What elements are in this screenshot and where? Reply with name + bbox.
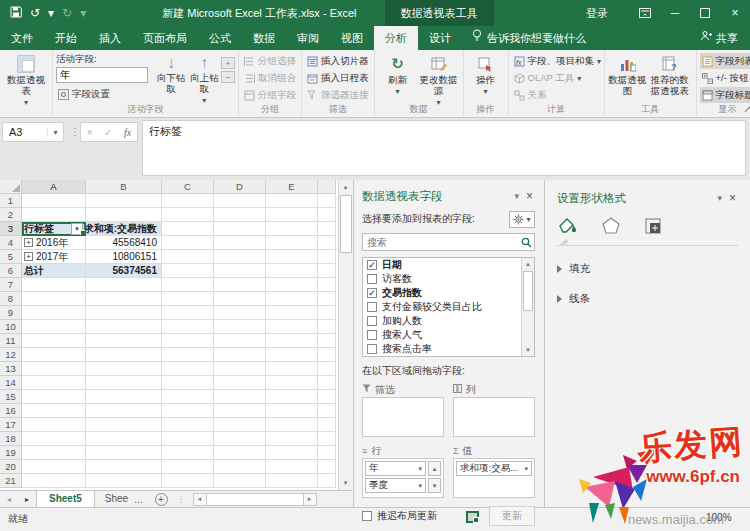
cell-A20[interactable] xyxy=(22,460,86,474)
row-header-5[interactable]: 5 xyxy=(0,250,22,264)
cell-D5[interactable] xyxy=(214,250,266,264)
recommended-pivottables-button[interactable]: ? 推荐的数据透视表 xyxy=(647,53,692,97)
area-field-pill-求和项:交易...[interactable]: 求和项:交易...▾ xyxy=(456,461,532,476)
cell-F4[interactable] xyxy=(318,236,336,250)
area-field-pill-季度[interactable]: 季度▾ xyxy=(365,478,426,493)
cell-C18[interactable] xyxy=(162,432,214,446)
row-header-16[interactable]: 16 xyxy=(0,404,22,418)
plus-minus-buttons-toggle[interactable]: +/- 按钮 xyxy=(700,70,750,86)
cell-A18[interactable] xyxy=(22,432,86,446)
field-list-scrollbar[interactable]: ▴ ▾ xyxy=(521,258,534,356)
cell-B10[interactable] xyxy=(86,320,162,334)
cell-E9[interactable] xyxy=(266,306,318,320)
cell-D19[interactable] xyxy=(214,446,266,460)
cell-F14[interactable] xyxy=(318,376,336,390)
tab-公式[interactable]: 公式 xyxy=(198,26,242,50)
sheet-tab-second[interactable]: Shee xyxy=(95,491,134,508)
cell-C5[interactable] xyxy=(162,250,214,264)
row-header-3[interactable]: 3 xyxy=(0,222,22,236)
cell-D21[interactable] xyxy=(214,474,266,488)
cell-B5[interactable]: 10806151 xyxy=(86,250,162,264)
drill-down-button[interactable]: ↓ 向下钻取 xyxy=(154,53,187,95)
cell-E1[interactable] xyxy=(266,194,318,208)
formula-input[interactable]: 行标签 xyxy=(142,120,746,176)
size-properties-tab-icon[interactable] xyxy=(643,216,663,238)
insert-timeline-button[interactable]: 插入日程表 xyxy=(305,70,371,86)
tabbar-splitter[interactable]: ⋮ xyxy=(177,494,186,504)
drill-up-button[interactable]: ↑ 向上钻取 ▾ xyxy=(188,53,221,105)
cell-D13[interactable] xyxy=(214,362,266,376)
cell-A16[interactable] xyxy=(22,404,86,418)
row-header-18[interactable]: 18 xyxy=(0,432,22,446)
scroll-left-icon[interactable]: ◂ xyxy=(193,493,207,506)
cell-A3[interactable]: 行标签▾ xyxy=(22,222,86,236)
cell-F6[interactable] xyxy=(318,264,336,278)
cell-C15[interactable] xyxy=(162,390,214,404)
values-area-box[interactable]: 求和项:交易...▾ xyxy=(453,458,535,498)
cell-E11[interactable] xyxy=(266,334,318,348)
close-button[interactable]: × xyxy=(720,0,750,26)
cell-C4[interactable] xyxy=(162,236,214,250)
pivotchart-button[interactable]: 数据透视图 xyxy=(608,53,648,97)
row-header-2[interactable]: 2 xyxy=(0,208,22,222)
cell-D11[interactable] xyxy=(214,334,266,348)
columns-area-box[interactable] xyxy=(453,397,535,437)
pane-close-icon[interactable]: × xyxy=(524,189,535,203)
name-box[interactable]: A3 ▾ xyxy=(2,122,64,142)
cell-E10[interactable] xyxy=(266,320,318,334)
cell-D7[interactable] xyxy=(214,278,266,292)
collapse-ribbon-icon[interactable] xyxy=(745,106,750,114)
cell-B6[interactable]: 56374561 xyxy=(86,264,162,278)
zoom-level[interactable]: 100% xyxy=(706,512,732,523)
tab-审阅[interactable]: 审阅 xyxy=(286,26,330,50)
cell-C13[interactable] xyxy=(162,362,214,376)
cell-A13[interactable] xyxy=(22,362,86,376)
cell-A6[interactable]: 总计 xyxy=(22,264,86,278)
row-header-7[interactable]: 7 xyxy=(0,278,22,292)
tab-数据[interactable]: 数据 xyxy=(242,26,286,50)
field-list-toggle[interactable]: 字段列表 xyxy=(700,53,750,69)
cell-F5[interactable] xyxy=(318,250,336,264)
cell-B8[interactable] xyxy=(86,292,162,306)
field-list-scroll-thumb[interactable] xyxy=(523,271,533,311)
select-all-corner[interactable] xyxy=(0,180,22,194)
cell-F9[interactable] xyxy=(318,306,336,320)
scroll-down-icon[interactable]: ▾ xyxy=(339,476,352,490)
scroll-right-icon[interactable]: ▸ xyxy=(303,493,317,506)
refresh-button[interactable]: ↻ 刷新 ▾ xyxy=(378,53,418,96)
tab-插入[interactable]: 插入 xyxy=(88,26,132,50)
cell-C8[interactable] xyxy=(162,292,214,306)
row-header-8[interactable]: 8 xyxy=(0,292,22,306)
row-header-14[interactable]: 14 xyxy=(0,376,22,390)
chevron-down-icon[interactable]: ▾ xyxy=(47,128,63,137)
collapse-field-icon[interactable]: − xyxy=(221,71,235,83)
cell-D20[interactable] xyxy=(214,460,266,474)
cell-F1[interactable] xyxy=(318,194,336,208)
cell-F15[interactable] xyxy=(318,390,336,404)
cell-B20[interactable] xyxy=(86,460,162,474)
cell-A14[interactable] xyxy=(22,376,86,390)
cell-C21[interactable] xyxy=(162,474,214,488)
cell-C16[interactable] xyxy=(162,404,214,418)
reorder-down-icon[interactable]: ▾ xyxy=(428,478,441,493)
field-checkbox[interactable] xyxy=(367,274,377,284)
cell-F3[interactable] xyxy=(318,222,336,236)
pane-options-icon[interactable]: ▾ xyxy=(509,191,524,201)
cell-B2[interactable] xyxy=(86,208,162,222)
normal-view-icon[interactable] xyxy=(466,511,479,523)
row-labels-filter-icon[interactable]: ▾ xyxy=(71,223,83,235)
tab-设计[interactable]: 设计 xyxy=(418,26,462,50)
field-checkbox[interactable]: ✓ xyxy=(367,260,377,270)
cell-E21[interactable] xyxy=(266,474,318,488)
cell-E15[interactable] xyxy=(266,390,318,404)
cell-D12[interactable] xyxy=(214,348,266,362)
vertical-scrollbar[interactable]: ▴ ▾ xyxy=(338,180,352,490)
cell-D4[interactable] xyxy=(214,236,266,250)
field-item-搜索人气[interactable]: 搜索人气 xyxy=(363,328,534,342)
cell-F7[interactable] xyxy=(318,278,336,292)
defer-layout-checkbox[interactable] xyxy=(362,511,372,521)
row-header-15[interactable]: 15 xyxy=(0,390,22,404)
cell-B21[interactable] xyxy=(86,474,162,488)
cell-F17[interactable] xyxy=(318,418,336,432)
field-checkbox[interactable] xyxy=(367,316,377,326)
